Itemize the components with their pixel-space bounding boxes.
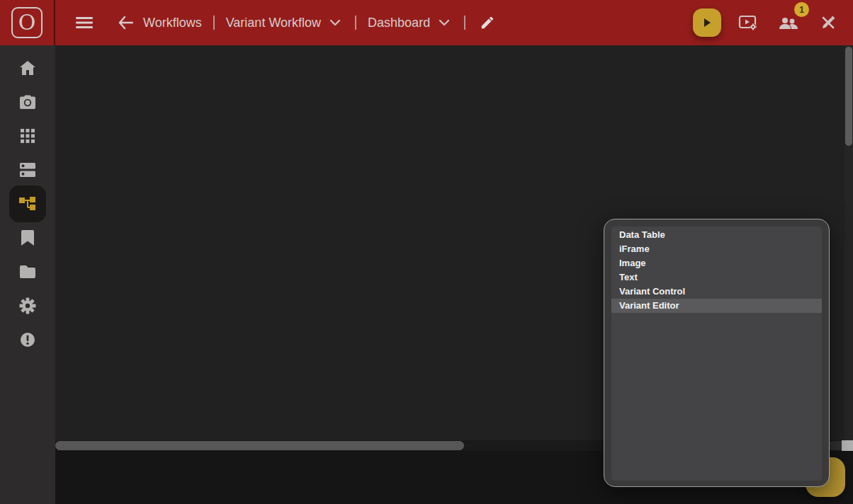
chevron-down-icon: [329, 19, 341, 26]
back-arrow-icon: [118, 16, 133, 30]
breadcrumb: Workflows Variant Workflow Dashboard: [72, 12, 498, 33]
workflow-tree-icon: [18, 195, 37, 212]
settings-gear-icon: [19, 297, 36, 314]
workflow-name-dropdown[interactable]: Variant Workflow: [226, 16, 321, 30]
sidebar-item-apps[interactable]: [9, 119, 46, 153]
sidebar-item-camera[interactable]: [9, 85, 46, 119]
rename-button[interactable]: [477, 12, 498, 33]
vertical-scrollbar-track[interactable]: [844, 45, 853, 440]
horizontal-scrollbar-end-segment: [827, 441, 843, 450]
folder-icon: [19, 265, 36, 279]
breadcrumb-root[interactable]: Workflows: [143, 16, 202, 30]
collaborators-button[interactable]: 1: [775, 12, 802, 33]
breadcrumb-divider: [213, 16, 215, 30]
video-settings-button[interactable]: [735, 11, 761, 35]
widget-picker-list: Data Table iFrame Image Text Variant Con…: [611, 227, 822, 481]
app-root: O Workflows Variant Workflow: [0, 0, 853, 504]
home-icon: [19, 60, 36, 76]
view-dropdown-button[interactable]: [436, 16, 453, 29]
sidebar-item-files[interactable]: [9, 255, 46, 289]
error-alert-icon: [20, 332, 35, 348]
sidebar-item-servers[interactable]: [9, 153, 46, 187]
menu-item-variant-editor[interactable]: Variant Editor: [611, 299, 822, 313]
run-workflow-button[interactable]: [693, 8, 721, 37]
menu-item-text[interactable]: Text: [611, 270, 822, 285]
sidebar-item-home[interactable]: [9, 51, 46, 85]
bookmark-icon: [21, 229, 35, 246]
menu-item-data-table[interactable]: Data Table: [611, 228, 822, 242]
sidebar-item-alerts[interactable]: [9, 323, 46, 357]
widget-picker-popup: Data Table iFrame Image Text Variant Con…: [604, 219, 830, 487]
top-bar: O Workflows Variant Workflow: [0, 0, 853, 45]
horizontal-scrollbar-right-thumb[interactable]: [842, 440, 853, 451]
breadcrumb-divider: [355, 16, 356, 30]
app-logo[interactable]: O: [0, 0, 55, 45]
topbar-actions: 1: [693, 0, 840, 45]
edit-pencil-icon: [480, 15, 495, 30]
people-group-icon: [778, 15, 799, 30]
left-sidebar: [0, 45, 55, 504]
logo-letter: O: [18, 12, 36, 33]
vertical-scrollbar-thumb[interactable]: [845, 47, 852, 146]
back-button[interactable]: [115, 13, 136, 33]
edit-off-icon: [819, 13, 837, 32]
edit-off-button[interactable]: [816, 11, 840, 35]
workflow-dropdown-button[interactable]: [327, 16, 344, 29]
logo-frame: O: [11, 7, 43, 38]
video-settings-icon: [738, 13, 758, 32]
menu-item-image[interactable]: Image: [611, 256, 822, 270]
dns-servers-icon: [19, 162, 36, 178]
notification-badge: 1: [794, 2, 809, 17]
apps-grid-icon: [20, 128, 35, 144]
view-name-dropdown[interactable]: Dashboard: [368, 16, 430, 30]
hamburger-icon: [75, 16, 94, 30]
breadcrumb-divider: [464, 16, 465, 30]
chevron-down-icon: [439, 19, 450, 26]
menu-hamburger-button[interactable]: [72, 13, 96, 33]
play-icon: [701, 16, 713, 29]
menu-item-iframe[interactable]: iFrame: [611, 242, 822, 256]
sidebar-item-workflows[interactable]: [9, 185, 46, 222]
sidebar-item-settings[interactable]: [9, 289, 46, 323]
sidebar-item-bookmarks[interactable]: [9, 221, 46, 255]
horizontal-scrollbar-thumb[interactable]: [55, 441, 464, 450]
menu-item-variant-control[interactable]: Variant Control: [611, 285, 822, 299]
camera-icon: [19, 94, 36, 110]
